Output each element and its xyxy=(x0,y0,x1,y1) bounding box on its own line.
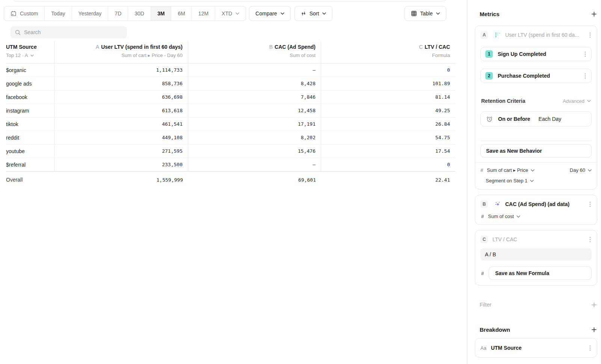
table-header: UTM Source Top 12 · A AUser LTV (spend i… xyxy=(6,41,455,63)
metric-card-a: A User LTV (spend in first 60 da... xyxy=(475,26,597,190)
metric-a-title: User LTV (spend in first 60 da... xyxy=(505,32,579,38)
breakdown-section-header: Breakdown xyxy=(475,326,597,333)
column-header-metric-a[interactable]: AUser LTV (spend in first 60 days) Sum o… xyxy=(54,41,188,63)
filter-section-header: Filter xyxy=(475,301,597,308)
kebab-menu-icon[interactable] xyxy=(584,51,587,58)
kebab-menu-icon[interactable] xyxy=(589,344,592,352)
text-property-icon: Aa xyxy=(480,345,486,351)
column-header-metric-c[interactable]: CLTV / CAC Formula xyxy=(321,41,455,63)
number-property-icon: # xyxy=(481,214,484,219)
divider xyxy=(480,141,592,141)
add-filter-button[interactable] xyxy=(590,301,597,308)
chevron-down-icon xyxy=(281,12,284,15)
step-number-badge: 2 xyxy=(485,72,493,80)
kebab-menu-icon[interactable] xyxy=(589,201,592,208)
date-range-yesterday[interactable]: Yesterday xyxy=(72,6,109,21)
metric-c-title: LTV / CAC xyxy=(492,236,517,242)
kebab-menu-icon[interactable] xyxy=(584,72,587,80)
property-select[interactable]: Sum of cart ▸ Price xyxy=(487,167,535,173)
sort-button[interactable]: Sort xyxy=(294,6,333,21)
grid-table-icon xyxy=(411,11,417,17)
save-as-new-behavior-button[interactable]: Save as New Behavior xyxy=(480,144,592,158)
criteria-mode-select[interactable]: On or Before xyxy=(498,116,530,122)
date-range-30d[interactable]: 30D xyxy=(128,6,151,21)
chart-card-bottom-edge xyxy=(13,0,446,2)
number-property-icon: # xyxy=(481,271,484,276)
table-row[interactable]: $organic 1,114,733 – 0 xyxy=(6,63,455,77)
date-range-custom[interactable]: Custom xyxy=(4,6,45,21)
kebab-menu-icon[interactable] xyxy=(589,236,592,243)
formula-input[interactable]: A / B xyxy=(480,248,592,260)
funnel-step-2[interactable]: 2 Purchase Completed xyxy=(480,69,592,83)
query-builder-panel: Metrics A xyxy=(467,0,601,364)
breakdown-title: Breakdown xyxy=(480,326,510,333)
filter-title: Filter xyxy=(480,302,491,308)
metric-card-b: B CAC (Ad Spend) (ad data) # Sum of cost xyxy=(475,195,597,225)
retention-criteria-row[interactable]: On or Before Each Day xyxy=(480,111,592,126)
date-range-3m-selected[interactable]: 3M xyxy=(151,6,171,21)
metric-a-header[interactable]: A User LTV (spend in first 60 da... xyxy=(480,31,592,39)
advanced-dropdown[interactable]: Advanced xyxy=(563,98,591,104)
table-row[interactable]: google ads 858,736 8,428 101.89 xyxy=(6,77,455,90)
add-metric-button[interactable] xyxy=(590,11,597,17)
table-row[interactable]: tiktok 461,541 17,191 26.84 xyxy=(6,117,455,131)
date-range-label: Custom xyxy=(20,11,38,17)
alarm-clock-icon xyxy=(486,116,493,122)
chevron-down-icon xyxy=(30,54,34,57)
sparkle-icon xyxy=(495,201,501,207)
table-row[interactable]: reddit 449,108 8,202 54.75 xyxy=(6,131,455,144)
report-toolbar: Custom Today Yesterday 7D 30D 3M 6M 12M … xyxy=(4,6,467,21)
kebab-menu-icon[interactable] xyxy=(589,32,592,39)
breakdown-table: UTM Source Top 12 · A AUser LTV (spend i… xyxy=(6,41,455,188)
metric-b-title: CAC (Ad Spend) (ad data) xyxy=(505,201,569,207)
chevron-down-icon xyxy=(436,12,440,15)
table-row[interactable]: facebook 636,698 7,846 81.14 xyxy=(6,90,455,104)
column-header-metric-b[interactable]: BCAC (Ad Spend) Sum of cost xyxy=(188,41,321,63)
metrics-title: Metrics xyxy=(480,11,500,17)
metric-a-footer: # Sum of cart ▸ Price Day 60 Segment on … xyxy=(475,162,597,189)
date-range-segmented-control: Custom Today Yesterday 7D 30D 3M 6M 12M … xyxy=(4,6,246,21)
metric-letter-badge: A xyxy=(480,31,488,39)
app-window: Custom Today Yesterday 7D 30D 3M 6M 12M … xyxy=(0,0,601,364)
criteria-unit-select[interactable]: Each Day xyxy=(539,116,562,122)
chevron-down-icon xyxy=(322,12,326,15)
save-as-new-formula-button[interactable]: Save as New Formula xyxy=(489,266,592,280)
date-range-today[interactable]: Today xyxy=(45,6,72,21)
segment-on-step-select[interactable]: Segment on Step 1 xyxy=(486,178,592,184)
date-range-7d[interactable]: 7D xyxy=(108,6,128,21)
step-number-badge: 1 xyxy=(485,50,493,58)
add-breakdown-button[interactable] xyxy=(590,326,597,333)
metric-letter-badge: B xyxy=(480,200,488,208)
metric-c-header[interactable]: C LTV / CAC xyxy=(480,236,592,243)
calendar-icon xyxy=(11,11,17,17)
search-icon xyxy=(15,30,21,35)
sort-arrows-icon xyxy=(301,11,306,16)
table-body: $organic 1,114,733 – 0 google ads 858,73… xyxy=(6,63,455,171)
compare-button[interactable]: Compare xyxy=(249,6,291,21)
search-box xyxy=(11,26,127,38)
day-range-select[interactable]: Day 60 xyxy=(570,167,592,173)
view-type-table-button[interactable]: Table xyxy=(405,6,446,21)
table-row[interactable]: youtube 271,595 15,476 17.54 xyxy=(6,144,455,158)
report-main-area: Custom Today Yesterday 7D 30D 3M 6M 12M … xyxy=(0,0,467,364)
breakdown-item-utm-source[interactable]: Aa UTM Source xyxy=(475,338,597,358)
retention-criteria-header: Retention Criteria Advanced xyxy=(480,98,592,104)
table-row[interactable]: instagram 613,618 12,458 49.25 xyxy=(6,104,455,117)
date-range-12m[interactable]: 12M xyxy=(192,6,215,21)
metrics-section-header: Metrics xyxy=(475,11,597,17)
date-range-xtd[interactable]: XTD xyxy=(215,6,246,21)
column-header-utm-source[interactable]: UTM Source Top 12 · A xyxy=(6,41,54,63)
chevron-down-icon xyxy=(236,12,239,15)
behavior-dots-icon xyxy=(495,32,501,38)
metric-b-header[interactable]: B CAC (Ad Spend) (ad data) xyxy=(480,200,592,208)
table-overall-row: Overall 1,559,999 69,601 22.41 xyxy=(6,171,455,188)
metric-letter-badge: C xyxy=(480,236,488,243)
table-row[interactable]: $referral 233,500 – 0 xyxy=(6,158,455,171)
metric-card-c: C LTV / CAC A / B # Save as New Formula xyxy=(475,230,597,286)
search-input[interactable] xyxy=(24,29,122,35)
date-range-6m[interactable]: 6M xyxy=(171,6,192,21)
funnel-step-1[interactable]: 1 Sign Up Completed xyxy=(480,47,592,61)
property-select[interactable]: Sum of cost xyxy=(488,214,520,219)
number-property-icon: # xyxy=(480,167,483,173)
